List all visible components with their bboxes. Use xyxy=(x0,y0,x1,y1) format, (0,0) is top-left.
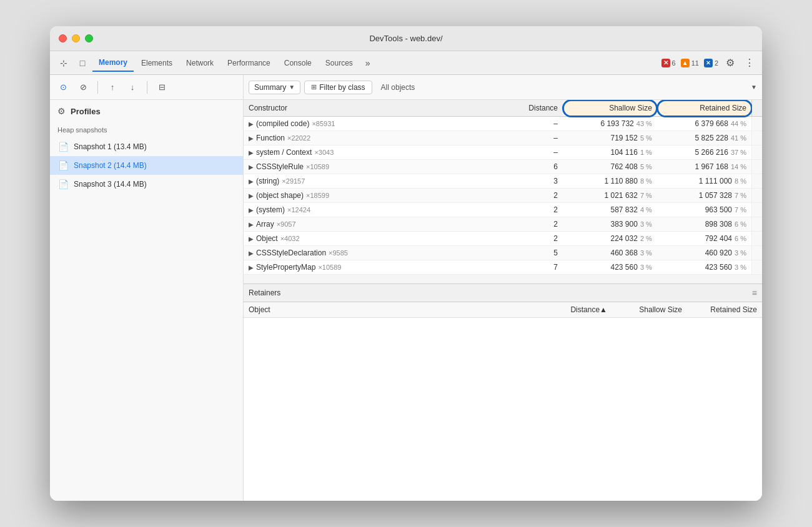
tab-memory[interactable]: Memory xyxy=(92,54,134,72)
row-expand-arrow[interactable]: ▶ xyxy=(249,264,254,271)
constructor-name: Array xyxy=(256,220,274,229)
distance-header[interactable]: Distance xyxy=(503,100,563,117)
table-row[interactable]: ▶ (object shape) ×18599 2 1 021 6327 % 1… xyxy=(244,189,762,203)
row-expand-arrow[interactable]: ▶ xyxy=(249,121,254,127)
row-expand-arrow[interactable]: ▶ xyxy=(249,149,254,156)
toolbar-dropdown-icon[interactable]: ▼ xyxy=(751,84,757,91)
shallow-size-cell: 383 9003 % xyxy=(563,217,657,232)
row-expand-arrow[interactable]: ▶ xyxy=(249,135,254,142)
retainers-title: Retainers xyxy=(249,288,280,297)
profiles-section: ⚙ Profiles xyxy=(50,100,243,120)
more-options-icon[interactable]: ⋮ xyxy=(742,54,757,71)
snapshot-icon: 📄 xyxy=(57,141,69,152)
table-row[interactable]: ▶ (compiled code) ×85931 – 6 193 73243 %… xyxy=(244,117,762,131)
filter-by-class-button[interactable]: ⊞ Filter by class xyxy=(304,81,372,94)
count-label: ×3043 xyxy=(314,149,334,156)
tab-network[interactable]: Network xyxy=(180,54,220,72)
profiles-label: Profiles xyxy=(71,107,101,116)
retainers-distance-col[interactable]: Distance▲ xyxy=(537,302,612,317)
tab-console[interactable]: Console xyxy=(278,54,318,72)
shallow-size-cell: 719 1525 % xyxy=(563,131,657,145)
snapshot-1-item[interactable]: 📄 Snapshot 1 (13.4 MB) xyxy=(50,137,243,156)
table-row[interactable]: ▶ (system) ×12424 2 587 8324 % 963 5007 … xyxy=(244,203,762,217)
inspect-icon[interactable]: ⊹ xyxy=(55,54,72,72)
profiles-icon: ⚙ xyxy=(57,106,66,116)
sidebar-toolbar: ⊙ ⊘ ↑ ↓ ⊟ xyxy=(50,75,243,100)
shallow-size-header[interactable]: Shallow Size xyxy=(563,100,657,117)
table-row[interactable]: ▶ CSSStyleRule ×10589 6 762 4085 % 1 967… xyxy=(244,160,762,174)
distance-cell: 2 xyxy=(503,217,563,232)
status-area: ✕ 6 ▲ 11 ✕ 2 ⚙ ⋮ xyxy=(661,54,758,71)
constructor-cell: ▶ StylePropertyMap ×10589 xyxy=(244,260,503,275)
row-expand-arrow[interactable]: ▶ xyxy=(249,235,254,242)
retained-size-header[interactable]: Retained Size xyxy=(657,100,752,117)
all-objects-label: All objects xyxy=(376,81,420,94)
info-badge[interactable]: ✕ 2 xyxy=(704,59,718,67)
retained-size-cell: 5 825 22841 % xyxy=(657,131,752,145)
row-expand-arrow[interactable]: ▶ xyxy=(249,178,254,185)
tab-bar: ⊹ □ Memory Elements Network Performance … xyxy=(50,51,762,75)
distance-cell: 2 xyxy=(503,232,563,246)
retainers-body xyxy=(244,318,762,501)
device-icon[interactable]: □ xyxy=(74,54,91,72)
retained-size-cell: 460 9203 % xyxy=(657,246,752,260)
constructor-name: (string) xyxy=(256,177,279,185)
row-expand-arrow[interactable]: ▶ xyxy=(249,164,254,170)
tab-elements[interactable]: Elements xyxy=(135,54,179,72)
constructor-cell: ▶ Object ×4032 xyxy=(244,232,503,246)
table-row[interactable]: ▶ StylePropertyMap ×10589 7 423 5603 % 4… xyxy=(244,260,762,275)
constructor-cell: ▶ Function ×22022 xyxy=(244,131,503,145)
snapshot-3-label: Snapshot 3 (14.4 MB) xyxy=(74,180,147,189)
error-badge[interactable]: ✕ 6 xyxy=(661,59,676,67)
table-row[interactable]: ▶ Function ×22022 – 719 1525 % 5 825 228… xyxy=(244,131,762,145)
summary-dropdown[interactable]: Summary ▼ xyxy=(249,81,300,94)
row-expand-arrow[interactable]: ▶ xyxy=(249,250,254,257)
maximize-button[interactable] xyxy=(85,34,93,42)
shallow-size-cell: 1 021 6327 % xyxy=(563,189,657,203)
more-tabs-button[interactable]: » xyxy=(360,56,375,71)
distance-cell: 2 xyxy=(503,203,563,217)
retained-size-cell: 792 4046 % xyxy=(657,232,752,246)
snapshot-2-item[interactable]: 📄 Snapshot 2 (14.4 MB) xyxy=(50,156,243,175)
warning-icon: ▲ xyxy=(681,59,690,67)
table-row[interactable]: ▶ Object ×4032 2 224 0322 % 792 4046 % xyxy=(244,232,762,246)
tab-sources[interactable]: Sources xyxy=(319,54,359,72)
settings-icon[interactable]: ⚙ xyxy=(723,54,737,71)
retained-size-cell: 963 5007 % xyxy=(657,203,752,217)
row-expand-arrow[interactable]: ▶ xyxy=(249,221,254,228)
row-expand-arrow[interactable]: ▶ xyxy=(249,207,254,214)
minimize-button[interactable] xyxy=(72,34,80,42)
warning-badge[interactable]: ▲ 11 xyxy=(681,59,699,67)
scroll-spacer xyxy=(752,117,763,131)
table-row[interactable]: ▶ Array ×9057 2 383 9003 % 898 3086 % xyxy=(244,217,762,232)
scroll-spacer xyxy=(752,145,763,160)
shallow-size-cell: 762 4085 % xyxy=(563,160,657,174)
count-label: ×29157 xyxy=(282,177,305,185)
snapshot-1-label: Snapshot 1 (13.4 MB) xyxy=(74,142,147,151)
collect-button[interactable]: ⊟ xyxy=(154,79,170,96)
retainers-shallow-col: Shallow Size xyxy=(612,302,687,317)
clear-button[interactable]: ⊘ xyxy=(75,79,91,96)
download-button[interactable]: ↓ xyxy=(124,79,141,96)
right-panel: Summary ▼ ⊞ Filter by class All objects … xyxy=(244,75,762,501)
record-button[interactable]: ⊙ xyxy=(55,79,71,96)
table-row[interactable]: ▶ (string) ×29157 3 1 110 8808 % 1 111 0… xyxy=(244,174,762,189)
close-button[interactable] xyxy=(59,34,67,42)
upload-button[interactable]: ↑ xyxy=(104,79,121,96)
distance-cell: 2 xyxy=(503,189,563,203)
shallow-size-cell: 104 1161 % xyxy=(563,145,657,160)
table-row[interactable]: ▶ system / Context ×3043 – 104 1161 % 5 … xyxy=(244,145,762,160)
distance-cell: 3 xyxy=(503,174,563,189)
count-label: ×4032 xyxy=(280,235,300,242)
table-row[interactable]: ▶ CSSStyleDeclaration ×9585 5 460 3683 %… xyxy=(244,246,762,260)
retainers-table-header: Object Distance▲ Shallow Size Retained S… xyxy=(244,302,762,318)
row-expand-arrow[interactable]: ▶ xyxy=(249,192,254,199)
retainers-menu-icon[interactable]: ≡ xyxy=(752,288,757,298)
title-bar: DevTools - web.dev/ xyxy=(50,26,762,51)
retained-size-cell: 6 379 66844 % xyxy=(657,117,752,131)
snapshot-3-item[interactable]: 📄 Snapshot 3 (14.4 MB) xyxy=(50,175,243,194)
tab-performance[interactable]: Performance xyxy=(221,54,277,72)
constructor-name: StylePropertyMap xyxy=(256,263,315,272)
count-label: ×22022 xyxy=(287,134,310,142)
constructor-cell: ▶ (compiled code) ×85931 xyxy=(244,117,503,131)
